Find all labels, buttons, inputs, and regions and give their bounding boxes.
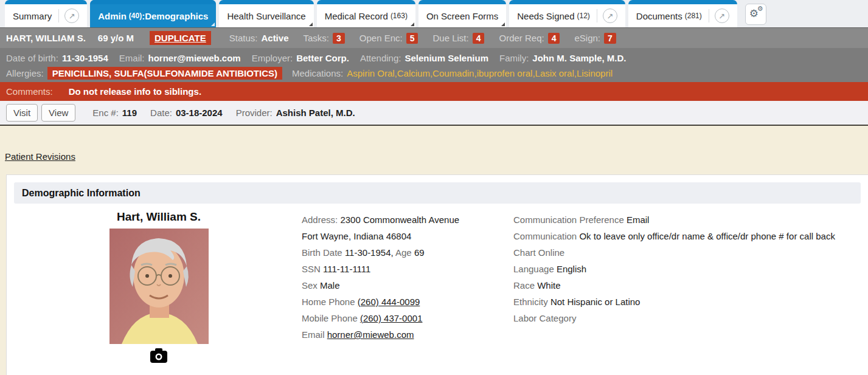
tasks-count-badge[interactable]: 3 bbox=[333, 33, 345, 44]
demographics-details-column: Address: 2300 Commonwealth Avenue Fort W… bbox=[302, 212, 459, 343]
chart-online-row: Chart Online bbox=[513, 244, 835, 261]
tab-divider bbox=[597, 9, 597, 22]
enc-provider-label: Provider: bbox=[236, 108, 273, 118]
comm-pref-value: Email bbox=[627, 215, 650, 225]
tab-documents[interactable]: Documents (281) ↗ bbox=[628, 0, 737, 27]
open-enc-counter: Open Enc: 5 bbox=[359, 33, 418, 44]
employer-label: Employer: bbox=[252, 53, 293, 63]
email-value: horner@mieweb.com bbox=[148, 53, 240, 63]
employer-value: Better Corp. bbox=[296, 53, 349, 63]
attending-label: Attending: bbox=[360, 53, 401, 63]
tab-label: Documents bbox=[636, 11, 682, 21]
tab-bar: Summary ↗ Admin (40) :Demographics Healt… bbox=[0, 0, 868, 27]
tab-suffix: :Demographics bbox=[142, 11, 208, 21]
email-row: Email horner@mieweb.com bbox=[302, 326, 459, 343]
comments-label: Comments: bbox=[6, 86, 53, 97]
tab-top-strip bbox=[90, 0, 216, 4]
tab-medical-record[interactable]: Medical Record (163) bbox=[317, 0, 415, 27]
tab-health-surveillance[interactable]: Health Surveillance bbox=[219, 0, 313, 27]
enc-provider-value: Ashish Patel, M.D. bbox=[276, 108, 355, 118]
popout-icon[interactable]: ↗ bbox=[64, 9, 79, 23]
patient-display-name: Hart, William S. bbox=[74, 210, 244, 224]
duplicate-badge[interactable]: DUPLICATE bbox=[150, 31, 211, 45]
open-enc-label: Open Enc: bbox=[359, 33, 403, 43]
allergies-badge[interactable]: PENICILLINS, SULFA(SULFONAMIDE ANTIBIOTI… bbox=[47, 67, 282, 80]
race-row: Race White bbox=[513, 277, 835, 294]
popout-icon[interactable]: ↗ bbox=[603, 9, 617, 23]
chevron-down-icon[interactable] bbox=[211, 22, 215, 26]
tasks-counter: Tasks: 3 bbox=[303, 33, 344, 44]
medications-label: Medications: bbox=[292, 68, 343, 78]
patient-name: HART, WILLIAM S. bbox=[6, 33, 86, 43]
tab-admin-demographics[interactable]: Admin (40) :Demographics bbox=[90, 0, 216, 27]
tab-label: Summary bbox=[13, 11, 52, 21]
order-req-count-badge[interactable]: 4 bbox=[548, 33, 560, 44]
settings-button[interactable]: ⚙ ⚙ bbox=[745, 4, 766, 25]
tasks-label: Tasks: bbox=[303, 33, 329, 43]
upload-photo-button[interactable] bbox=[150, 348, 168, 365]
due-list-count-badge[interactable]: 4 bbox=[473, 33, 485, 44]
comm-pref-row: Communication Preference Email bbox=[513, 212, 835, 228]
medication-link[interactable]: Lisinopril bbox=[577, 68, 613, 78]
esign-counter: eSign: 7 bbox=[574, 33, 616, 44]
ethnicity-label: Ethnicity bbox=[513, 297, 548, 307]
address-line1: 2300 Commonwealth Avenue bbox=[340, 215, 459, 225]
tab-on-screen-forms[interactable]: On Screen Forms bbox=[418, 0, 506, 27]
tab-label: Medical Record bbox=[325, 11, 388, 21]
tab-count: (163) bbox=[391, 12, 408, 20]
tab-top-strip bbox=[628, 0, 737, 4]
ssn-label: SSN bbox=[302, 264, 321, 274]
visit-button[interactable]: Visit bbox=[6, 104, 38, 122]
status-field: Status: Active bbox=[229, 33, 289, 43]
chevron-down-icon[interactable] bbox=[411, 22, 414, 26]
ethnicity-value: Not Hispanic or Latino bbox=[550, 297, 641, 307]
family-field: Family:John M. Sample, M.D. bbox=[499, 53, 627, 63]
family-value: John M. Sample, M.D. bbox=[532, 53, 626, 63]
language-row: Language English bbox=[513, 261, 835, 277]
allergies-label: Allergies: bbox=[6, 68, 44, 78]
tab-needs-signed[interactable]: Needs Signed (12) ↗ bbox=[509, 0, 625, 27]
ssn-row: SSN 111-11-1111 bbox=[302, 261, 459, 277]
camera-icon bbox=[150, 348, 168, 363]
esign-count-badge[interactable]: 7 bbox=[604, 33, 616, 44]
communication-value: Ok to leave only office/dr name & office… bbox=[579, 231, 835, 241]
patient-header-bar: HART, WILLIAM S. 69 y/o M DUPLICATE Stat… bbox=[0, 27, 868, 48]
medication-link[interactable]: ibuprofen oral bbox=[477, 68, 535, 78]
medication-link[interactable]: Lasix oral bbox=[535, 68, 577, 78]
attending-field: Attending:Selenium Selenium bbox=[360, 53, 488, 63]
labor-category-row: Labor Category bbox=[513, 310, 835, 326]
email-link[interactable]: horner@mieweb.com bbox=[327, 329, 414, 340]
tab-top-strip bbox=[509, 0, 625, 4]
address-row: Address: 2300 Commonwealth Avenue bbox=[302, 212, 459, 228]
open-enc-count-badge[interactable]: 5 bbox=[406, 33, 418, 44]
home-phone-link[interactable]: (260) 444-0099 bbox=[358, 297, 420, 307]
home-phone-label: Home Phone bbox=[302, 297, 355, 307]
main-content: Patient Revisions Demographic Informatio… bbox=[0, 126, 868, 374]
age-value: 69 bbox=[414, 247, 425, 258]
enc-number-label: Enc #: bbox=[92, 108, 119, 118]
chevron-down-icon[interactable] bbox=[501, 22, 505, 26]
age-label: Age bbox=[395, 247, 412, 258]
email-field: Email:horner@mieweb.com bbox=[119, 53, 241, 63]
tab-summary[interactable]: Summary ↗ bbox=[5, 0, 87, 27]
view-button[interactable]: View bbox=[41, 104, 75, 122]
medication-link[interactable]: Aspirin Oral bbox=[347, 68, 397, 78]
gear-icon: ⚙ bbox=[757, 5, 763, 13]
chevron-down-icon[interactable] bbox=[309, 22, 313, 26]
dob-field: Date of birth:11-30-1954 bbox=[6, 53, 108, 63]
communication-label: Communication bbox=[513, 231, 577, 241]
order-req-label: Order Req: bbox=[499, 33, 544, 43]
address-row-2: Fort Wayne, Indiana 46804 bbox=[302, 228, 459, 244]
order-req-counter: Order Req: 4 bbox=[499, 33, 560, 44]
medication-link[interactable]: Calcium bbox=[397, 68, 432, 78]
due-list-counter: Due List: 4 bbox=[432, 33, 484, 44]
medication-link[interactable]: Coumadin bbox=[432, 68, 477, 78]
comments-bar: Comments: Do not release info to sibling… bbox=[0, 82, 868, 101]
mobile-phone-link[interactable]: (260) 437-0001 bbox=[360, 313, 423, 323]
ssn-value: 111-11-1111 bbox=[323, 264, 370, 274]
patient-revisions-link[interactable]: Patient Revisions bbox=[5, 151, 75, 162]
popout-icon[interactable]: ↗ bbox=[715, 9, 729, 23]
email-row-label: Email bbox=[302, 329, 325, 340]
demographics-panel: Demographic Information Hart, William S. bbox=[6, 174, 868, 375]
tab-top-strip bbox=[317, 0, 415, 4]
